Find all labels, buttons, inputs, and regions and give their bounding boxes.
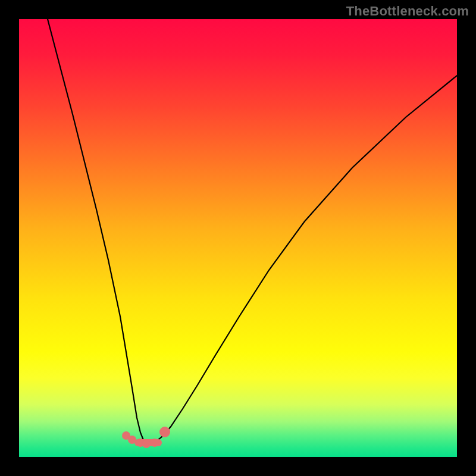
bottleneck-curve-svg (19, 19, 457, 457)
curve-dot (159, 427, 170, 437)
curve-dot (151, 439, 159, 447)
curve-dot (128, 436, 136, 444)
watermark-text: TheBottleneck.com (346, 4, 469, 19)
curve-dot (142, 440, 151, 448)
bottleneck-curve (48, 19, 457, 444)
chart-plot-area (19, 19, 457, 457)
curve-dots (122, 427, 170, 448)
